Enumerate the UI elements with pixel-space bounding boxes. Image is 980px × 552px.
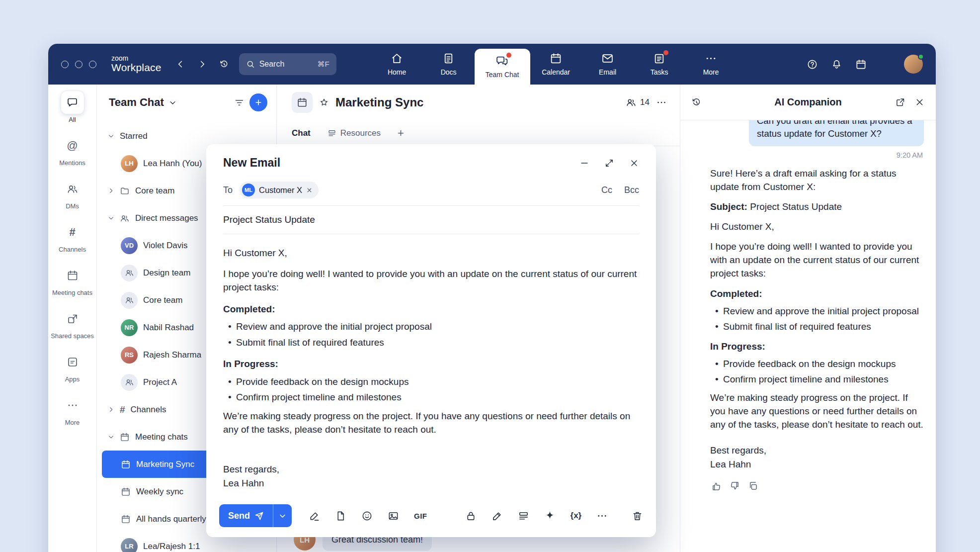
- close-icon[interactable]: [914, 97, 925, 107]
- copy-icon[interactable]: [748, 481, 758, 491]
- email-body-editor[interactable]: Hi Customer X, I hope you’re doing well!…: [206, 234, 656, 537]
- in-progress-list: Provide feedback on the design mockups C…: [223, 375, 639, 404]
- star-button[interactable]: [319, 97, 329, 107]
- search-input[interactable]: Search ⌘F: [239, 53, 336, 75]
- more-icon[interactable]: [596, 510, 608, 522]
- calendar-icon: [67, 270, 79, 281]
- remove-recipient-icon[interactable]: [306, 187, 313, 193]
- bcc-button[interactable]: Bcc: [624, 185, 639, 195]
- rail-apps-label: Apps: [65, 376, 80, 383]
- completed-list: Review and approve the initial project p…: [710, 305, 924, 334]
- notifications-bell-icon[interactable]: [831, 59, 842, 70]
- minimize-window-button[interactable]: [75, 61, 82, 68]
- thumbs-up-icon[interactable]: [711, 481, 722, 491]
- email-toolbar: Send GIF {x}: [219, 504, 643, 527]
- tab-resources[interactable]: Resources: [327, 120, 381, 146]
- close-window-button[interactable]: [61, 61, 69, 68]
- rail-item-all[interactable]: All: [50, 91, 95, 124]
- rail-item-dms[interactable]: DMs: [50, 177, 95, 210]
- thumbs-down-icon[interactable]: [730, 481, 740, 491]
- recipient-chip[interactable]: ML Customer X: [240, 182, 319, 198]
- ai-companion-sparkle-icon[interactable]: [880, 59, 891, 70]
- help-icon[interactable]: [807, 59, 818, 70]
- zoom-window-button[interactable]: [89, 61, 96, 68]
- people-icon: [120, 213, 130, 223]
- members-button[interactable]: 14: [626, 97, 650, 108]
- history-icon[interactable]: [691, 97, 702, 107]
- filter-button[interactable]: [234, 97, 245, 108]
- ai-body-intro: I hope you’re doing well! I wanted to pr…: [710, 240, 924, 280]
- modal-title: New Email: [223, 156, 579, 170]
- completed-heading: Completed:: [223, 302, 639, 316]
- new-chat-button[interactable]: [249, 93, 267, 111]
- nav-home[interactable]: Home: [371, 44, 423, 85]
- item-label: All hands quarterly: [136, 514, 206, 524]
- nav-email-label: Email: [599, 68, 616, 76]
- image-icon[interactable]: [388, 510, 399, 522]
- item-label: Lea/Rajesh 1:1: [143, 542, 200, 552]
- document-icon[interactable]: [335, 510, 346, 522]
- nav-team-chat[interactable]: Team Chat: [475, 49, 530, 85]
- add-tab-button[interactable]: +: [398, 127, 404, 140]
- history-icon[interactable]: [219, 59, 229, 69]
- forward-icon[interactable]: [197, 59, 207, 69]
- ai-sparkle-icon[interactable]: [544, 510, 556, 522]
- search-icon: [246, 60, 255, 69]
- window-traffic-lights[interactable]: [61, 61, 96, 68]
- body-intro: I hope you’re doing well! I wanted to pr…: [223, 267, 639, 294]
- ai-companion-panel: AI Companion Can you draft an email that…: [680, 85, 936, 552]
- calendar-icon: [121, 514, 131, 524]
- emoji-icon[interactable]: [361, 510, 373, 522]
- gif-button[interactable]: GIF: [414, 512, 427, 520]
- rail-item-shared-spaces[interactable]: Shared spaces: [50, 307, 95, 340]
- star-icon: [319, 97, 329, 107]
- send-icon: [254, 511, 264, 521]
- rail-item-mentions[interactable]: Mentions: [50, 134, 95, 167]
- closing: We’re making steady progress on the proj…: [223, 409, 639, 437]
- rail-channels-label: Channels: [59, 246, 86, 254]
- nav-docs-label: Docs: [441, 68, 457, 76]
- rail-item-meeting-chats[interactable]: Meeting chats: [50, 264, 95, 297]
- chat-more-button[interactable]: [656, 97, 667, 108]
- email-icon: [601, 52, 614, 65]
- to-field[interactable]: To ML Customer X Cc Bcc: [223, 179, 639, 206]
- variables-button[interactable]: {x}: [571, 511, 582, 521]
- cc-button[interactable]: Cc: [601, 185, 612, 195]
- nav-calendar[interactable]: Calendar: [530, 44, 582, 85]
- group-avatar: [121, 265, 138, 281]
- send-options-button[interactable]: [273, 504, 292, 527]
- send-button[interactable]: Send: [219, 504, 273, 527]
- to-label: To: [223, 185, 233, 195]
- nav-docs[interactable]: Docs: [423, 44, 475, 85]
- chevron-down-icon[interactable]: [169, 99, 176, 106]
- rail-item-channels[interactable]: Channels: [50, 220, 95, 254]
- in-progress-heading: In Progress:: [710, 340, 924, 354]
- user-avatar[interactable]: [904, 55, 923, 74]
- subject-input[interactable]: Project Status Update: [223, 206, 639, 234]
- rail-item-more[interactable]: More: [50, 393, 95, 427]
- ai-sparkle-icon: [692, 169, 704, 181]
- minimize-icon[interactable]: [579, 158, 589, 168]
- rail-item-apps[interactable]: Apps: [50, 350, 95, 383]
- list-item: Review and approve the initial project p…: [713, 305, 924, 318]
- close-icon[interactable]: [629, 158, 639, 168]
- calendar-today-icon[interactable]: [855, 59, 867, 70]
- list-item: Submit final list of required features: [713, 320, 924, 334]
- list-item: Confirm project timeline and milestones: [226, 390, 639, 404]
- template-icon[interactable]: [518, 510, 529, 522]
- signature-icon[interactable]: [309, 510, 320, 522]
- nav-calendar-label: Calendar: [542, 68, 570, 76]
- discard-draft-button[interactable]: [632, 510, 643, 522]
- item-label: Lea Hanh (You): [143, 159, 202, 169]
- open-in-new-icon[interactable]: [895, 97, 905, 107]
- list-item: Submit final list of required features: [226, 336, 639, 350]
- back-icon[interactable]: [175, 59, 185, 69]
- nav-email[interactable]: Email: [582, 44, 634, 85]
- nav-more[interactable]: More: [685, 44, 737, 85]
- tab-chat[interactable]: Chat: [292, 120, 311, 146]
- edit-icon[interactable]: [491, 510, 503, 522]
- expand-icon[interactable]: [604, 158, 614, 168]
- lock-icon[interactable]: [465, 510, 477, 522]
- online-status-dot: [918, 54, 924, 60]
- nav-tasks[interactable]: Tasks: [634, 44, 685, 85]
